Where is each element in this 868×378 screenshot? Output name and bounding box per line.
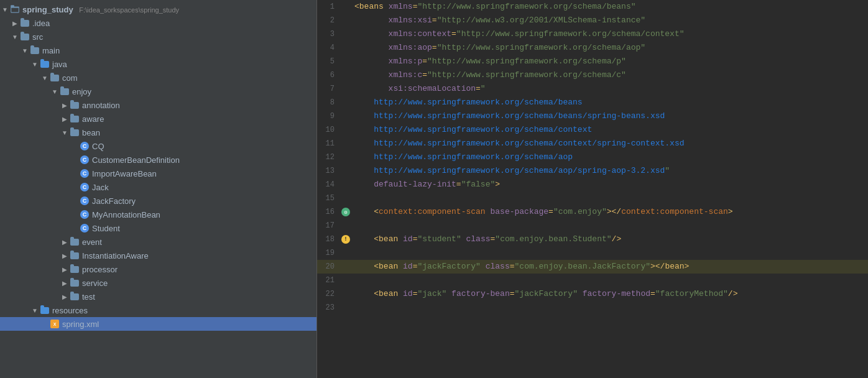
line-number-1: 1 xyxy=(317,2,339,11)
tree-item-ImportAwareBean[interactable]: CImportAwareBean xyxy=(0,167,316,180)
line-number-4: 4 xyxy=(317,44,339,52)
code-editor: 1<beans xmlns="http://www.springframewor… xyxy=(317,0,868,378)
line-content-2: xmlns:xsi="http://www.w3.org/2001/XMLSch… xyxy=(352,14,868,27)
code-line-10: 10 http://www.springframework.org/schema… xyxy=(317,123,868,137)
tree-icon-resources xyxy=(40,305,50,315)
tree-icon-src xyxy=(20,32,30,42)
tree-item-test[interactable]: test xyxy=(0,290,316,303)
tree-item-service[interactable]: service xyxy=(0,276,316,290)
line-content-3: xmlns:context="http://www.springframewor… xyxy=(352,27,868,41)
line-number-23: 23 xyxy=(317,303,339,312)
code-line-11: 11 http://www.springframework.org/schema… xyxy=(317,137,868,150)
tree-item-CustomerBeanDefinition[interactable]: CCustomerBeanDefinition xyxy=(0,153,316,167)
line-content-5: xmlns:p="http://www.springframework.org/… xyxy=(352,55,868,68)
code-line-1: 1<beans xmlns="http://www.springframewor… xyxy=(317,0,868,14)
code-line-5: 5 xmlns:p="http://www.springframework.or… xyxy=(317,55,868,68)
code-content: 1<beans xmlns="http://www.springframewor… xyxy=(317,0,868,315)
tree-item-java[interactable]: java xyxy=(0,57,316,71)
tree-item-MyAnnotationBean[interactable]: CMyAnnotationBean xyxy=(0,208,316,221)
tree-item-Student[interactable]: CStudent xyxy=(0,221,316,235)
line-number-16: 16 xyxy=(317,208,339,216)
tree-item-enjoy[interactable]: enjoy xyxy=(0,85,316,98)
tree-arrow-main xyxy=(20,45,30,55)
component-icon: ⚙ xyxy=(341,208,350,216)
tree-label-MyAnnotationBean: MyAnnotationBean xyxy=(92,210,316,219)
tree-item-idea[interactable]: .idea xyxy=(0,16,316,30)
tree-item-src[interactable]: src xyxy=(0,30,316,44)
line-number-21: 21 xyxy=(317,276,339,285)
tree-icon-CQ: C xyxy=(80,141,90,151)
line-content-14: default-lazy-init="false"> xyxy=(352,178,868,191)
gutter-16: ⚙ xyxy=(339,208,352,216)
tree-item-annotation[interactable]: annotation xyxy=(0,98,316,112)
line-content-20: <bean id="jackFactory" class="com.enjoy.… xyxy=(352,260,868,274)
code-line-17: 17 xyxy=(317,219,868,233)
tree-item-bean[interactable]: bean xyxy=(0,126,316,139)
tree-icon-bean xyxy=(70,127,80,137)
tree-item-JackFactory[interactable]: CJackFactory xyxy=(0,194,316,208)
tree-icon-root xyxy=(10,4,20,14)
code-line-16: 16⚙ <context:component-scan base-package… xyxy=(317,205,868,219)
tree-label-event: event xyxy=(82,237,316,247)
project-tree[interactable]: spring_study F:\idea_sorkspaces\spring_s… xyxy=(0,0,317,378)
tree-arrow-src xyxy=(10,32,20,42)
line-number-22: 22 xyxy=(317,290,339,298)
tree-label-enjoy: enjoy xyxy=(72,87,316,96)
tree-item-event[interactable]: event xyxy=(0,235,316,249)
tree-label-JackFactory: JackFactory xyxy=(92,196,316,206)
tree-label-root: spring_study F:\idea_sorkspaces\spring_s… xyxy=(22,5,316,14)
line-number-20: 20 xyxy=(317,262,339,271)
tree-item-com[interactable]: com xyxy=(0,71,316,85)
line-number-14: 14 xyxy=(317,180,339,189)
code-line-9: 9 http://www.springframework.org/schema/… xyxy=(317,109,868,123)
code-line-19: 19 xyxy=(317,246,868,260)
line-content-1: <beans xmlns="http://www.springframework… xyxy=(352,0,868,14)
tree-icon-main xyxy=(30,45,40,55)
tree-label-spring_xml: spring.xml xyxy=(62,320,316,329)
line-content-13: http://www.springframework.org/schema/ao… xyxy=(352,164,868,178)
tree-arrow-com xyxy=(40,73,50,83)
tree-icon-aware xyxy=(70,114,80,124)
tree-arrow-CustomerBeanDefinition xyxy=(70,155,80,165)
tree-arrow-java xyxy=(30,59,40,69)
tree-item-CQ[interactable]: CCQ xyxy=(0,139,316,153)
code-line-7: 7 xsi:schemaLocation=" xyxy=(317,82,868,96)
tree-item-root[interactable]: spring_study F:\idea_sorkspaces\spring_s… xyxy=(0,2,316,16)
tree-arrow-MyAnnotationBean xyxy=(70,210,80,219)
tree-arrow-JackFactory xyxy=(70,196,80,206)
line-number-11: 11 xyxy=(317,139,339,148)
tree-icon-JackFactory: C xyxy=(80,196,90,206)
line-number-5: 5 xyxy=(317,57,339,66)
svg-rect-1 xyxy=(11,5,14,7)
tree-icon-Jack: C xyxy=(80,182,90,192)
tree-label-main: main xyxy=(42,46,316,55)
tree-icon-enjoy xyxy=(60,86,70,96)
line-number-17: 17 xyxy=(317,221,339,230)
code-line-20: 20 <bean id="jackFactory" class="com.enj… xyxy=(317,260,868,274)
line-number-8: 8 xyxy=(317,98,339,107)
line-number-19: 19 xyxy=(317,249,339,257)
line-number-18: 18 xyxy=(317,235,339,244)
tree-arrow-bean xyxy=(60,127,70,137)
tree-label-CustomerBeanDefinition: CustomerBeanDefinition xyxy=(92,155,316,165)
tree-item-resources[interactable]: resources xyxy=(0,303,316,317)
tree-arrow-Jack xyxy=(70,182,80,192)
tree-icon-spring_xml: X xyxy=(50,319,60,329)
tree-label-annotation: annotation xyxy=(82,101,316,110)
tree-item-processor[interactable]: processor xyxy=(0,262,316,276)
tree-item-aware[interactable]: aware xyxy=(0,112,316,126)
tree-label-aware: aware xyxy=(82,114,316,124)
line-number-9: 9 xyxy=(317,112,339,121)
tree-item-Jack[interactable]: CJack xyxy=(0,180,316,194)
line-number-7: 7 xyxy=(317,85,339,93)
code-line-22: 22 <bean id="jack" factory-bean="jackFac… xyxy=(317,287,868,301)
code-line-23: 23 xyxy=(317,301,868,315)
tree-icon-service xyxy=(70,278,80,288)
tree-item-main[interactable]: main xyxy=(0,44,316,57)
line-number-2: 2 xyxy=(317,16,339,25)
line-number-12: 12 xyxy=(317,153,339,162)
tree-arrow-Student xyxy=(70,223,80,233)
tree-item-spring_xml[interactable]: Xspring.xml xyxy=(0,317,316,331)
tree-item-InstantiationAware[interactable]: InstantiationAware xyxy=(0,249,316,262)
line-content-6: xmlns:c="http://www.springframework.org/… xyxy=(352,68,868,82)
